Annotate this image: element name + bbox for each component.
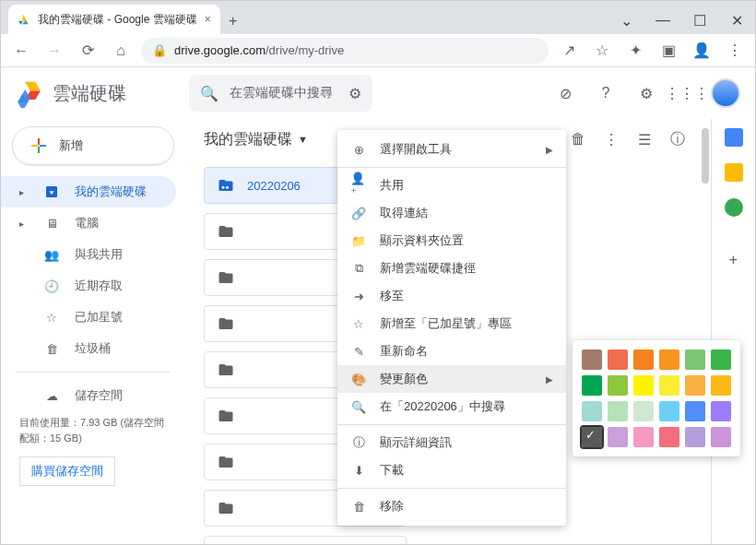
menu-item-star[interactable]: ☆新增至「已加星號」專區 — [337, 310, 566, 338]
chevron-right-icon: ▶ — [546, 374, 553, 385]
shared-folder-icon — [218, 177, 234, 194]
forward-icon[interactable]: → — [41, 38, 67, 64]
minimize-icon[interactable]: — — [644, 6, 681, 34]
shared-icon: 👥 — [43, 248, 60, 262]
add-addon-icon[interactable]: + — [729, 252, 738, 268]
menu-item-label: 選擇開啟工具 — [380, 141, 452, 158]
delete-icon[interactable]: 🗑 — [563, 124, 593, 154]
dropdown-icon[interactable]: ⌄ — [608, 6, 644, 34]
sidebar-item-starred[interactable]: ☆ 已加星號 — [1, 302, 176, 333]
color-swatch[interactable] — [711, 375, 731, 396]
profile-icon[interactable]: 👤 — [689, 38, 715, 64]
calendar-addon-icon[interactable] — [725, 128, 743, 147]
sidepanel-toggle-icon[interactable]: ▣ — [656, 38, 681, 64]
menu-item-share[interactable]: 👤⁺共用 — [337, 172, 566, 199]
color-swatch[interactable] — [582, 350, 602, 370]
color-swatch[interactable] — [582, 401, 602, 421]
new-button[interactable]: 新增 — [12, 126, 174, 165]
more-icon[interactable]: ⋮ — [597, 124, 626, 154]
color-swatch[interactable] — [608, 401, 628, 421]
svg-point-0 — [222, 186, 225, 189]
color-swatch[interactable] — [608, 375, 628, 396]
color-swatch[interactable] — [608, 427, 628, 447]
browser-tab[interactable]: 我的雲端硬碟 - Google 雲端硬碟 × — [8, 5, 220, 34]
color-swatch[interactable] — [685, 375, 705, 396]
sidebar-item-storage[interactable]: ☁ 儲存空間 — [1, 380, 176, 411]
share-page-icon[interactable]: ↗ — [556, 38, 582, 64]
sidebar-item-recent[interactable]: 🕘 近期存取 — [1, 270, 176, 302]
file-area: 我的雲端硬碟 ▼ 🔗 👤⁺ 🗑 ⋮ ☰ ⓘ 20220206 ⊕選擇開啟工具▶👤… — [185, 119, 711, 545]
menu-item-download[interactable]: ⬇下載 — [337, 456, 566, 484]
close-window-icon[interactable]: ✕ — [718, 6, 755, 34]
apps-grid-icon[interactable]: ⋮⋮⋮ — [670, 77, 703, 110]
menu-item-folder-loc[interactable]: 📁顯示資料夾位置 — [337, 227, 566, 255]
cloud-icon: ☁ — [43, 389, 60, 403]
home-icon[interactable]: ⌂ — [108, 38, 134, 64]
menu-item-label: 在「20220206」中搜尋 — [380, 398, 505, 415]
menu-item-label: 顯示資料夾位置 — [380, 232, 464, 249]
menu-item-link[interactable]: 🔗取得連結 — [337, 199, 566, 227]
menu-item-search[interactable]: 🔍在「20220206」中搜尋 — [337, 393, 566, 421]
sidebar-item-mydrive[interactable]: ▸ 我的雲端硬碟 — [1, 176, 176, 207]
menu-item-move[interactable]: ➜移至 — [337, 282, 566, 310]
extensions-icon[interactable]: ✦ — [622, 38, 648, 64]
color-swatch[interactable] — [582, 375, 602, 396]
color-swatch[interactable] — [659, 401, 679, 421]
color-swatch[interactable] — [659, 350, 679, 370]
keep-addon-icon[interactable] — [725, 163, 743, 182]
svg-point-1 — [226, 186, 229, 189]
buy-storage-button[interactable]: 購買儲存空間 — [19, 456, 115, 486]
menu-item-rename[interactable]: ✎重新命名 — [337, 338, 566, 365]
menu-item-info[interactable]: ⓘ顯示詳細資訊 — [337, 429, 566, 456]
settings-icon[interactable]: ⚙ — [630, 77, 663, 110]
app-logo[interactable]: 雲端硬碟 — [16, 78, 182, 108]
menu-item-shortcut[interactable]: ⧉新增雲端硬碟捷徑 — [337, 255, 566, 282]
color-swatch[interactable] — [685, 401, 705, 421]
folder-icon — [218, 315, 234, 332]
color-swatch[interactable] — [685, 427, 705, 447]
sidebar-item-shared[interactable]: 👥 與我共用 — [1, 239, 176, 270]
url-bar[interactable]: 🔒 drive.google.com/drive/my-drive — [141, 38, 549, 64]
info-icon: ⓘ — [350, 434, 367, 451]
account-avatar[interactable] — [711, 78, 740, 108]
menu-item-label: 重新命名 — [380, 343, 428, 360]
ready-offline-icon[interactable]: ⊘ — [549, 77, 582, 110]
color-swatch[interactable] — [633, 350, 654, 370]
color-swatch[interactable] — [633, 375, 654, 396]
color-swatch[interactable] — [633, 401, 654, 421]
color-swatch[interactable] — [711, 401, 731, 421]
scrollbar[interactable] — [702, 128, 709, 184]
menu-item-palette[interactable]: 🎨變更顏色▶ — [337, 365, 566, 393]
reload-icon[interactable]: ⟳ — [75, 38, 100, 64]
color-swatch[interactable] — [659, 375, 679, 396]
search-bar[interactable]: 🔍 在雲端硬碟中搜尋 ⚙ — [189, 75, 372, 112]
sidebar-item-trash[interactable]: 🗑 垃圾桶 — [1, 333, 176, 364]
details-icon[interactable]: ⓘ — [663, 124, 692, 154]
browser-menu-icon[interactable]: ⋮ — [722, 38, 748, 64]
menu-item-trash[interactable]: 🗑移除 — [337, 492, 566, 520]
tune-icon[interactable]: ⚙ — [348, 85, 361, 102]
color-swatch[interactable] — [608, 350, 628, 370]
drive-favicon-icon — [18, 13, 30, 26]
color-swatch[interactable] — [685, 350, 705, 370]
color-swatch[interactable] — [659, 427, 679, 447]
menu-item-open-with[interactable]: ⊕選擇開啟工具▶ — [337, 136, 566, 163]
folder-item[interactable] — [204, 536, 407, 545]
support-icon[interactable]: ? — [589, 77, 622, 110]
color-swatch[interactable] — [582, 427, 602, 447]
sidebar-item-computers[interactable]: ▸ 🖥 電腦 — [1, 207, 176, 239]
bookmark-icon[interactable]: ☆ — [589, 38, 615, 64]
tasks-addon-icon[interactable] — [725, 198, 743, 217]
view-toggle-icon[interactable]: ☰ — [630, 124, 659, 154]
maximize-icon[interactable]: ☐ — [681, 6, 718, 34]
browser-titlebar: 我的雲端硬碟 - Google 雲端硬碟 × + ⌄ — ☐ ✕ — [1, 1, 755, 34]
new-tab-button[interactable]: + — [220, 8, 246, 34]
breadcrumb[interactable]: 我的雲端硬碟 ▼ — [204, 130, 308, 149]
open-with-icon: ⊕ — [350, 143, 367, 157]
color-swatch[interactable] — [633, 427, 654, 447]
back-icon[interactable]: ← — [8, 38, 34, 64]
color-swatch[interactable] — [711, 350, 731, 370]
folder-name: 20220206 — [247, 179, 301, 193]
color-swatch[interactable] — [711, 427, 731, 447]
tab-close-icon[interactable]: × — [205, 13, 211, 26]
